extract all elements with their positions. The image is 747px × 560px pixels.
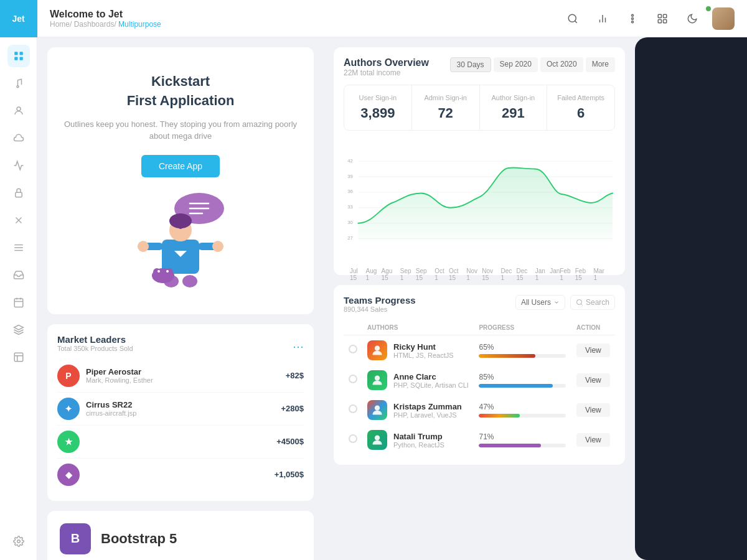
svg-point-27 bbox=[632, 21, 634, 22]
period-tab-30days[interactable]: 30 Days bbox=[450, 57, 491, 72]
sidebar: Jet bbox=[0, 0, 37, 560]
progress-fill bbox=[479, 384, 553, 388]
market-item: P Piper Aerostar Mark, Rowling, Esther +… bbox=[57, 360, 304, 393]
sidebar-item-settings[interactable] bbox=[7, 530, 30, 553]
stat-admin-signin: Admin Sign-in 72 bbox=[412, 85, 480, 130]
sidebar-item-inbox[interactable] bbox=[7, 264, 30, 286]
avatar[interactable] bbox=[712, 7, 735, 30]
all-users-filter[interactable]: All Users bbox=[515, 295, 565, 310]
progress-bar bbox=[479, 414, 566, 418]
kickstart-description: Outlines keep you honest. They stoping y… bbox=[60, 118, 301, 142]
svg-point-25 bbox=[632, 17, 634, 19]
chart-area: 42 39 36 33 30 27 bbox=[344, 141, 615, 265]
author-avatar bbox=[367, 400, 387, 420]
svg-text:33: 33 bbox=[347, 204, 353, 210]
market-logo-cirrus: ✦ bbox=[57, 398, 80, 420]
app-logo[interactable]: Jet bbox=[0, 0, 37, 37]
dot-indicator bbox=[692, 5, 712, 25]
sidebar-item-cloud[interactable] bbox=[7, 127, 30, 149]
sidebar-item-user[interactable] bbox=[7, 100, 30, 122]
svg-point-51 bbox=[166, 270, 169, 273]
authors-total: 22M total income bbox=[344, 68, 429, 77]
period-tabs: 30 Days Sep 2020 Oct 2020 More bbox=[450, 57, 615, 72]
view-button[interactable]: View bbox=[576, 343, 610, 357]
market-value: +280$ bbox=[281, 404, 304, 413]
sidebar-item-brush[interactable] bbox=[7, 72, 30, 95]
view-button[interactable]: View bbox=[576, 403, 610, 417]
author-name: Kristaps Zumman bbox=[393, 402, 462, 411]
view-button[interactable]: View bbox=[576, 373, 610, 387]
svg-rect-16 bbox=[14, 353, 23, 362]
market-value: +4500$ bbox=[276, 437, 304, 446]
svg-point-40 bbox=[177, 219, 184, 229]
progress-bar bbox=[479, 384, 566, 388]
stat-author-signin: Author Sign-in 291 bbox=[480, 85, 548, 130]
progress-pct: 47% bbox=[479, 403, 566, 411]
svg-marker-15 bbox=[14, 325, 23, 330]
table-row: Ricky Hunt HTML, JS, ReactJS 65% bbox=[344, 335, 615, 366]
sidebar-item-template[interactable] bbox=[7, 346, 30, 368]
header: Welcome to Jet Home/ Dashboards/ Multipu… bbox=[37, 0, 747, 37]
svg-point-68 bbox=[375, 376, 380, 381]
svg-point-26 bbox=[632, 14, 634, 16]
create-app-button[interactable]: Create App bbox=[141, 155, 220, 177]
author-name: Ricky Hunt bbox=[393, 342, 454, 352]
market-value: +1,050$ bbox=[275, 470, 304, 479]
author-skills: PHP, Laravel, VueJS bbox=[393, 411, 462, 419]
svg-point-19 bbox=[17, 540, 20, 543]
market-item: ✦ Cirrus SR22 cirrus-aircraft.jsp +280$ bbox=[57, 393, 304, 426]
author-avatar bbox=[367, 430, 387, 450]
bootstrap-card: B Bootstrap 5 bbox=[47, 511, 314, 560]
period-tab-sep2020[interactable]: Sep 2020 bbox=[494, 57, 538, 72]
progress-fill bbox=[479, 444, 540, 447]
progress-pct: 65% bbox=[479, 343, 566, 352]
market-subtitle: Total 350k Products Sold bbox=[57, 345, 133, 352]
chart-icon[interactable] bbox=[593, 9, 613, 29]
svg-rect-31 bbox=[664, 19, 667, 22]
sidebar-item-chart[interactable] bbox=[7, 154, 30, 177]
search-box[interactable]: Search bbox=[570, 295, 615, 310]
progress-bar bbox=[479, 444, 566, 447]
svg-text:30: 30 bbox=[347, 220, 353, 225]
row-checkbox[interactable] bbox=[349, 345, 357, 353]
market-more[interactable]: ⋯ bbox=[293, 340, 304, 353]
teams-card: Teams Progress 890,344 Sales All Users S… bbox=[334, 285, 625, 465]
breadcrumb: Home/ Dashboards/ Multipurpose bbox=[50, 20, 161, 29]
left-panel: Kickstart First Application Outlines kee… bbox=[37, 37, 324, 560]
svg-rect-5 bbox=[15, 192, 22, 197]
stat-user-signin: User Sign-in 3,899 bbox=[344, 85, 412, 130]
search-icon[interactable] bbox=[563, 9, 583, 29]
period-tab-more[interactable]: More bbox=[586, 57, 615, 72]
settings-icon[interactable] bbox=[622, 9, 642, 29]
sidebar-item-layers[interactable] bbox=[7, 319, 30, 341]
row-checkbox[interactable] bbox=[349, 434, 357, 443]
progress-fill bbox=[479, 354, 535, 358]
market-name: Cirrus SR22 bbox=[86, 400, 281, 409]
sidebar-item-grid[interactable] bbox=[7, 45, 30, 67]
svg-rect-30 bbox=[658, 19, 661, 22]
sidebar-item-lock[interactable] bbox=[7, 182, 30, 204]
market-logo-piper: P bbox=[57, 365, 80, 387]
svg-text:42: 42 bbox=[347, 158, 353, 164]
sidebar-item-calendar[interactable] bbox=[7, 291, 30, 314]
row-checkbox[interactable] bbox=[349, 404, 357, 413]
svg-point-69 bbox=[375, 406, 380, 411]
svg-text:27: 27 bbox=[347, 235, 353, 241]
chart-x-labels: Jul 15Aug 1Agu 15Sep 1 Sep 15Oct 1Oct 15… bbox=[344, 268, 615, 281]
svg-point-44 bbox=[212, 241, 223, 252]
authors-title: Authors Overview bbox=[344, 57, 429, 68]
author-name: Anne Clarc bbox=[393, 372, 469, 381]
svg-text:36: 36 bbox=[347, 189, 353, 194]
progress-pct: 71% bbox=[479, 432, 566, 441]
view-button[interactable]: View bbox=[576, 433, 610, 447]
svg-rect-1 bbox=[19, 52, 22, 55]
notifications-icon[interactable] bbox=[652, 9, 672, 29]
sidebar-item-close[interactable] bbox=[7, 209, 30, 231]
sidebar-item-menu[interactable] bbox=[7, 236, 30, 259]
author-avatar bbox=[367, 370, 387, 390]
svg-point-46 bbox=[182, 275, 197, 287]
row-checkbox[interactable] bbox=[349, 375, 357, 383]
period-tab-oct2020[interactable]: Oct 2020 bbox=[540, 57, 583, 72]
progress-pct: 85% bbox=[479, 373, 566, 381]
market-title: Market Leaders bbox=[57, 334, 133, 345]
